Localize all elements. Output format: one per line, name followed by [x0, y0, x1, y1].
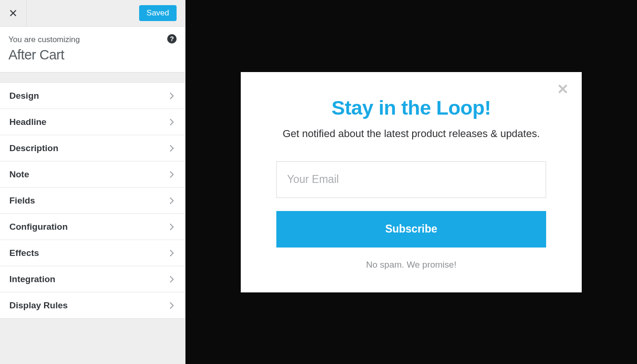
- chevron-right-icon: [166, 222, 177, 232]
- popup-close-button[interactable]: ✕: [557, 82, 569, 96]
- email-input[interactable]: [276, 161, 546, 198]
- saved-button[interactable]: Saved: [139, 5, 177, 21]
- section-label: Configuration: [9, 222, 68, 232]
- section-label: Fields: [9, 196, 35, 206]
- section-note[interactable]: Note: [0, 161, 185, 188]
- section-effects[interactable]: Effects: [0, 240, 185, 266]
- chevron-right-icon: [166, 274, 177, 284]
- sidebar-top-bar: Saved: [0, 0, 185, 27]
- close-customizer-button[interactable]: [0, 0, 27, 27]
- section-fields[interactable]: Fields: [0, 187, 185, 214]
- customizer-context: You are customizing After Cart ?: [0, 27, 185, 73]
- chevron-right-icon: [166, 248, 177, 258]
- popup-headline: Stay in the Loop!: [276, 96, 546, 119]
- section-label: Integration: [9, 274, 55, 284]
- chevron-right-icon: [166, 117, 177, 127]
- help-icon[interactable]: ?: [167, 34, 177, 44]
- close-icon: ✕: [557, 81, 569, 97]
- popup-preview: ✕ Stay in the Loop! Get notified about t…: [241, 72, 582, 292]
- section-label: Design: [9, 91, 39, 101]
- subscribe-button[interactable]: Subscribe: [276, 211, 546, 248]
- section-headline[interactable]: Headline: [0, 109, 185, 135]
- section-description[interactable]: Description: [0, 135, 185, 161]
- chevron-right-icon: [166, 91, 177, 101]
- sidebar-spacer: [0, 73, 185, 83]
- customizing-pretext: You are customizing: [8, 35, 177, 44]
- close-icon: [9, 9, 17, 17]
- chevron-right-icon: [166, 143, 177, 153]
- chevron-right-icon: [166, 169, 177, 180]
- customizer-sidebar: Saved You are customizing After Cart ? D…: [0, 0, 185, 364]
- section-label: Display Rules: [9, 300, 68, 311]
- section-label: Headline: [9, 117, 46, 127]
- section-integration[interactable]: Integration: [0, 266, 185, 292]
- section-label: Note: [9, 169, 29, 180]
- preview-stage: ✕ Stay in the Loop! Get notified about t…: [185, 0, 637, 364]
- section-label: Effects: [9, 248, 39, 258]
- popup-description: Get notified about the latest product re…: [276, 128, 546, 140]
- section-design[interactable]: Design: [0, 82, 185, 109]
- section-display-rules[interactable]: Display Rules: [0, 292, 185, 319]
- popup-note: No spam. We promise!: [276, 260, 546, 270]
- chevron-right-icon: [166, 300, 177, 311]
- section-configuration[interactable]: Configuration: [0, 213, 185, 240]
- chevron-right-icon: [166, 196, 177, 206]
- section-label: Description: [9, 143, 59, 153]
- customizing-title: After Cart: [8, 47, 177, 63]
- sidebar-section-list: Design Headline Description Note Fields …: [0, 83, 185, 319]
